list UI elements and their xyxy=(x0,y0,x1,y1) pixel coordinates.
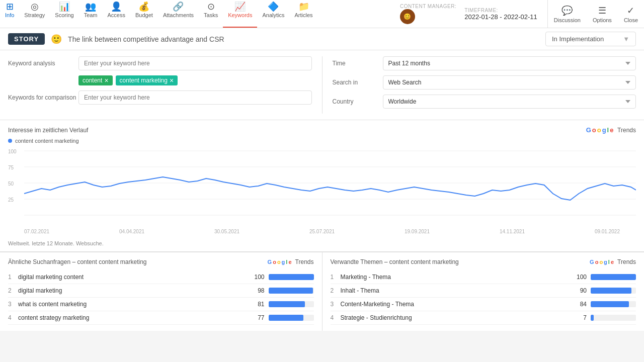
time-select[interactable]: Past 12 months xyxy=(383,56,636,70)
related-item-4: 4 Strategie - Studienrichtung 7 xyxy=(331,311,636,325)
strategy-icon: ◎ xyxy=(31,2,39,11)
content-manager-block: CONTENT MANAGER: 😊 xyxy=(400,4,456,24)
timeframe-block: TIMEFRAME: 2022-01-28 - 2022-02-11 xyxy=(464,8,537,21)
related-item-1: 1 Marketing - Thema 100 xyxy=(331,270,636,284)
similar-item-4: 4 content strategy marketing 77 xyxy=(8,311,314,325)
options-button[interactable]: ☰ Options xyxy=(587,3,618,25)
comparison-label: Keywords for comparison xyxy=(8,94,78,101)
google-trends-logo-2: Google Trends xyxy=(268,258,314,265)
nav-item-scoring[interactable]: 📊 Scoring xyxy=(50,0,78,28)
story-title: The link between competitive advantage a… xyxy=(68,35,539,43)
analytics-icon: 🔷 xyxy=(268,2,279,11)
discussion-button[interactable]: 💬 Discussion xyxy=(548,3,587,25)
search-in-label: Search in xyxy=(333,79,383,86)
tasks-icon: ⊙ xyxy=(207,2,215,11)
nav-item-strategy[interactable]: ◎ Strategy xyxy=(19,0,50,28)
nav-item-analytics[interactable]: 🔷 Analytics xyxy=(257,0,289,28)
options-icon: ☰ xyxy=(598,5,606,16)
attachments-icon: 🔗 xyxy=(173,2,184,11)
tag-content[interactable]: content × xyxy=(78,75,113,85)
info-icon: ⊞ xyxy=(6,2,14,11)
access-icon: 👤 xyxy=(111,2,122,11)
scoring-icon: 📊 xyxy=(59,2,70,11)
comparison-input[interactable] xyxy=(78,90,312,105)
story-badge: STORY xyxy=(8,33,45,45)
x-label-2: 04.04.2021 xyxy=(119,229,144,234)
tag-content-marketing-remove[interactable]: × xyxy=(170,77,174,84)
x-label-7: 09.01.2022 xyxy=(595,229,620,234)
chevron-down-icon: ▼ xyxy=(623,35,629,43)
tag-content-marketing[interactable]: content marketing × xyxy=(116,75,178,85)
legend-dot xyxy=(8,139,12,143)
nav-item-team[interactable]: 👥 Team xyxy=(79,0,103,28)
country-label: Country xyxy=(333,98,383,105)
keywords-icon: 📈 xyxy=(234,2,246,11)
related-themes-title: Verwandte Themen – content content marke… xyxy=(331,258,459,265)
close-button[interactable]: ✓ Close xyxy=(618,3,644,25)
nav-item-tasks[interactable]: ⊙ Tasks xyxy=(199,0,223,28)
nav-item-access[interactable]: 👤 Access xyxy=(103,0,130,28)
google-trends-logo: Google Trends xyxy=(586,126,636,134)
similar-item-2: 2 digital marketing 98 xyxy=(8,284,314,298)
chart-title: Interesse im zeitlichen Verlauf xyxy=(8,127,88,134)
time-label: Time xyxy=(333,60,383,67)
nav-item-budget[interactable]: 💰 Budget xyxy=(130,0,158,28)
country-select[interactable]: Worldwide xyxy=(383,95,636,109)
budget-icon: 💰 xyxy=(138,2,149,11)
nav-item-attachments[interactable]: 🔗 Attachments xyxy=(158,0,199,28)
related-item-3: 3 Content-Marketing - Thema 84 xyxy=(331,298,636,311)
avatar: 😊 xyxy=(400,9,415,24)
x-label-3: 30.05.2021 xyxy=(214,229,239,234)
google-trends-logo-3: Google Trends xyxy=(590,258,636,265)
story-emoji-icon: 🙂 xyxy=(51,34,62,45)
legend-label: content content marketing xyxy=(15,138,79,144)
related-item-2: 2 Inhalt - Thema 90 xyxy=(331,284,636,298)
trend-chart: 100 75 50 25 xyxy=(24,146,636,226)
close-icon: ✓ xyxy=(627,5,634,16)
articles-icon: 📁 xyxy=(298,2,309,11)
x-label-5: 19.09.2021 xyxy=(405,229,430,234)
team-icon: 👥 xyxy=(85,2,96,11)
chart-footer: Weltweit. letzte 12 Monate. Websuche. xyxy=(8,238,636,251)
x-label-1: 07.02.2021 xyxy=(24,229,49,234)
tag-content-remove[interactable]: × xyxy=(104,77,108,84)
similar-item-3: 3 what is content marketing 81 xyxy=(8,298,314,311)
x-label-6: 14.11.2021 xyxy=(500,229,525,234)
nav-item-keywords[interactable]: 📈 Keywords xyxy=(223,0,257,28)
similar-item-1: 1 digital marketing content 100 xyxy=(8,270,314,284)
similar-searches-title: Ähnliche Suchanfragen – content content … xyxy=(8,258,147,265)
nav-item-info[interactable]: ⊞ Info xyxy=(0,0,19,28)
nav-item-articles[interactable]: 📁 Articles xyxy=(289,0,317,28)
discussion-icon: 💬 xyxy=(561,5,573,16)
keyword-input[interactable] xyxy=(78,56,312,70)
status-dropdown[interactable]: In Implementation ▼ xyxy=(545,32,636,46)
keyword-analysis-label: Keyword analysis xyxy=(8,60,78,67)
search-in-select[interactable]: Web Search xyxy=(383,75,636,89)
x-label-4: 25.07.2021 xyxy=(309,229,335,234)
